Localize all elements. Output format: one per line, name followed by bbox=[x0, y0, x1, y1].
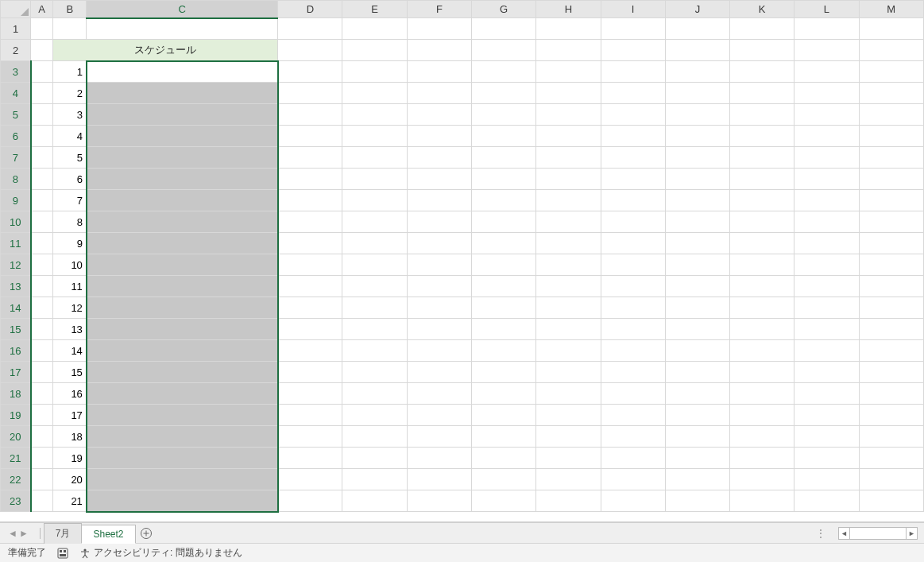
cell-M11[interactable] bbox=[859, 233, 923, 254]
cell-H20[interactable] bbox=[536, 426, 601, 448]
cell-D7[interactable] bbox=[278, 147, 342, 169]
col-header-M[interactable]: M bbox=[859, 1, 923, 18]
cell-J2[interactable] bbox=[665, 40, 729, 61]
cell-I12[interactable] bbox=[601, 254, 665, 276]
cell-J3[interactable] bbox=[665, 61, 729, 83]
cell-K7[interactable] bbox=[730, 147, 794, 169]
cell-B9[interactable]: 7 bbox=[53, 190, 87, 211]
cell-I17[interactable] bbox=[601, 362, 665, 383]
cell-E15[interactable] bbox=[342, 319, 407, 340]
cell-A14[interactable] bbox=[31, 297, 53, 319]
cell-G19[interactable] bbox=[471, 405, 535, 426]
cell-M15[interactable] bbox=[859, 319, 923, 340]
cell-L22[interactable] bbox=[794, 469, 859, 490]
cell-C5[interactable] bbox=[87, 104, 278, 126]
cell-C22[interactable] bbox=[87, 469, 278, 490]
cell-J11[interactable] bbox=[665, 233, 729, 254]
cell-L10[interactable] bbox=[794, 211, 859, 233]
cell-D6[interactable] bbox=[278, 126, 342, 147]
cell-H6[interactable] bbox=[536, 126, 601, 147]
cell-G10[interactable] bbox=[471, 211, 535, 233]
row-header-3[interactable]: 3 bbox=[1, 61, 31, 83]
cell-B13[interactable]: 11 bbox=[53, 276, 87, 297]
cell-A13[interactable] bbox=[31, 276, 53, 297]
row-header-16[interactable]: 16 bbox=[1, 340, 31, 362]
cell-B5[interactable]: 3 bbox=[53, 104, 87, 126]
cell-B17[interactable]: 15 bbox=[53, 362, 87, 383]
cell-J16[interactable] bbox=[665, 340, 729, 362]
cell-A21[interactable] bbox=[31, 448, 53, 469]
cell-C16[interactable] bbox=[87, 340, 278, 362]
cell-L15[interactable] bbox=[794, 319, 859, 340]
row-header-2[interactable]: 2 bbox=[1, 40, 31, 61]
cell-I15[interactable] bbox=[601, 319, 665, 340]
cell-E7[interactable] bbox=[342, 147, 407, 169]
cell-I9[interactable] bbox=[601, 190, 665, 211]
cell-B19[interactable]: 17 bbox=[53, 405, 87, 426]
cell-G18[interactable] bbox=[471, 383, 535, 405]
cell-E11[interactable] bbox=[342, 233, 407, 254]
cell-I4[interactable] bbox=[601, 83, 665, 104]
cell-F20[interactable] bbox=[407, 426, 471, 448]
col-header-F[interactable]: F bbox=[407, 1, 471, 18]
cell-J12[interactable] bbox=[665, 254, 729, 276]
cell-B3[interactable]: 1 bbox=[53, 61, 87, 83]
col-header-G[interactable]: G bbox=[471, 1, 535, 18]
cell-G7[interactable] bbox=[471, 147, 535, 169]
cell-H2[interactable] bbox=[536, 40, 601, 61]
cell-A9[interactable] bbox=[31, 190, 53, 211]
cell-F13[interactable] bbox=[407, 276, 471, 297]
cell-I6[interactable] bbox=[601, 126, 665, 147]
cell-A23[interactable] bbox=[31, 490, 53, 512]
cell-K23[interactable] bbox=[730, 490, 794, 512]
cell-C8[interactable] bbox=[87, 169, 278, 190]
cell-B4[interactable]: 2 bbox=[53, 83, 87, 104]
cell-I14[interactable] bbox=[601, 297, 665, 319]
row-header-4[interactable]: 4 bbox=[1, 83, 31, 104]
cell-E20[interactable] bbox=[342, 426, 407, 448]
cell-M19[interactable] bbox=[859, 405, 923, 426]
select-all-corner[interactable] bbox=[1, 1, 31, 18]
cell-C20[interactable] bbox=[87, 426, 278, 448]
cell-H21[interactable] bbox=[536, 448, 601, 469]
cell-D13[interactable] bbox=[278, 276, 342, 297]
tab-nav-next-icon[interactable]: ► bbox=[19, 528, 29, 539]
scroll-right-icon[interactable]: ► bbox=[906, 528, 917, 539]
cell-F5[interactable] bbox=[407, 104, 471, 126]
cell-D20[interactable] bbox=[278, 426, 342, 448]
cell-A7[interactable] bbox=[31, 147, 53, 169]
cell-H19[interactable] bbox=[536, 405, 601, 426]
cell-K20[interactable] bbox=[730, 426, 794, 448]
cell-I2[interactable] bbox=[601, 40, 665, 61]
cell-A20[interactable] bbox=[31, 426, 53, 448]
cell-K15[interactable] bbox=[730, 319, 794, 340]
cell-L14[interactable] bbox=[794, 297, 859, 319]
row-header-9[interactable]: 9 bbox=[1, 190, 31, 211]
cell-A22[interactable] bbox=[31, 469, 53, 490]
cell-F23[interactable] bbox=[407, 490, 471, 512]
cell-C13[interactable] bbox=[87, 276, 278, 297]
cell-B20[interactable]: 18 bbox=[53, 426, 87, 448]
cell-D12[interactable] bbox=[278, 254, 342, 276]
cell-B15[interactable]: 13 bbox=[53, 319, 87, 340]
cell-A17[interactable] bbox=[31, 362, 53, 383]
tab-nav-prev-icon[interactable]: ◄ bbox=[8, 528, 17, 539]
cell-D14[interactable] bbox=[278, 297, 342, 319]
cell-B1[interactable] bbox=[53, 18, 87, 40]
row-header-13[interactable]: 13 bbox=[1, 276, 31, 297]
cell-F8[interactable] bbox=[407, 169, 471, 190]
cell-M22[interactable] bbox=[859, 469, 923, 490]
cell-D2[interactable] bbox=[278, 40, 342, 61]
cell-J17[interactable] bbox=[665, 362, 729, 383]
cell-E18[interactable] bbox=[342, 383, 407, 405]
cell-E1[interactable] bbox=[342, 18, 407, 40]
cell-L1[interactable] bbox=[794, 18, 859, 40]
cell-I3[interactable] bbox=[601, 61, 665, 83]
cell-L19[interactable] bbox=[794, 405, 859, 426]
cell-K10[interactable] bbox=[730, 211, 794, 233]
grid-area[interactable]: A B C D E F G H I J K L M 12スケジュール314253… bbox=[0, 0, 924, 522]
accessibility-status[interactable]: アクセシビリティ: 問題ありません bbox=[79, 546, 242, 560]
cell-H9[interactable] bbox=[536, 190, 601, 211]
cell-G1[interactable] bbox=[471, 18, 535, 40]
cell-G3[interactable] bbox=[471, 61, 535, 83]
